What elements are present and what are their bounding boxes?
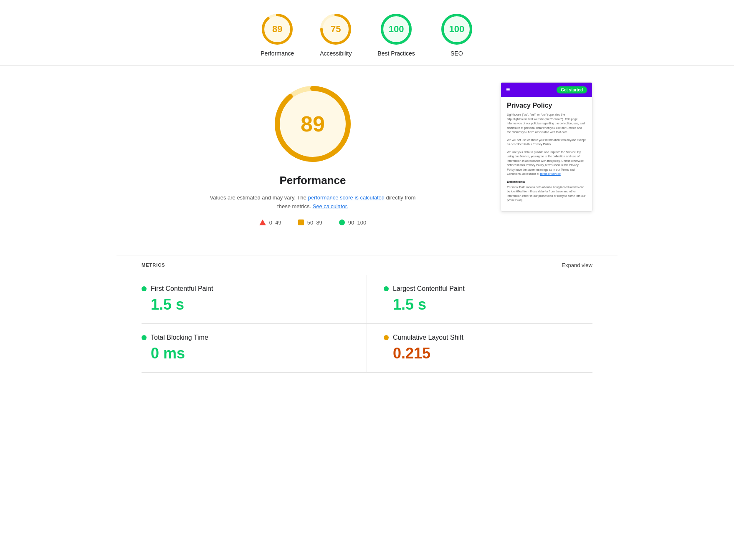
score-label-performance: Performance [261,50,294,57]
score-item-performance: 89 Performance [261,13,294,57]
calculator-link[interactable]: See calculator. [313,203,348,209]
score-item-seo: 100 SEO [440,13,473,57]
pass-icon [339,219,345,225]
metric-cls-header: Cumulative Layout Shift [384,334,592,341]
score-value-seo: 100 [449,24,464,35]
score-circle-accessibility: 75 [319,13,352,46]
score-value-performance: 89 [272,24,282,35]
right-panel: ≡ Get started Privacy Policy Lighthouse … [501,82,592,238]
metric-cls: Cumulative Layout Shift 0.215 [367,324,592,373]
terms-link[interactable]: terms of service [540,172,560,175]
lcp-dot [384,286,389,291]
score-legend: 0–49 50–89 90–100 [259,219,366,226]
cls-name: Cumulative Layout Shift [393,334,463,341]
preview-page-title: Privacy Policy [507,102,586,109]
cls-value: 0.215 [384,345,592,362]
preview-definitions-text: Personal Data means data about a living … [507,185,586,203]
lcp-value: 1.5 s [384,296,592,313]
metric-lcp: Largest Contentful Paint 1.5 s [367,275,592,324]
left-panel: 89 Performance Values are estimated and … [142,82,484,238]
lcp-name: Largest Contentful Paint [393,285,465,293]
tbt-name: Total Blocking Time [151,334,208,341]
metric-fcp: First Contentful Paint 1.5 s [142,275,367,324]
score-label-seo: SEO [451,50,463,57]
pass-range: 90–100 [348,219,366,226]
score-item-best-practices: 100 Best Practices [377,13,415,57]
preview-definitions-heading: Definitions: [507,180,586,184]
metric-lcp-header: Largest Contentful Paint [384,285,592,293]
metric-tbt: Total Blocking Time 0 ms [142,324,367,373]
score-value-accessibility: 75 [331,24,341,35]
metric-fcp-header: First Contentful Paint [142,285,350,293]
gauge-container: 89 Performance Values are estimated and … [142,82,484,226]
tbt-value: 0 ms [142,345,350,362]
perf-score-link[interactable]: performance score is calculated [308,194,385,201]
score-value-best-practices: 100 [389,24,404,35]
fcp-dot [142,286,147,291]
preview-para-1: Lighthouse ("us", "we", or "our") operat… [507,113,586,135]
fail-icon [259,219,266,225]
tbt-dot [142,335,147,340]
hamburger-icon: ≡ [506,86,510,93]
metric-tbt-header: Total Blocking Time [142,334,350,341]
get-started-button[interactable]: Get started [557,86,587,93]
average-range: 50–89 [307,219,322,226]
score-circle-performance: 89 [261,13,294,46]
fcp-name: First Contentful Paint [151,285,213,293]
perf-description: Values are estimated and may vary. The p… [208,194,417,211]
score-label-accessibility: Accessibility [320,50,352,57]
large-gauge: 89 [271,82,354,166]
metrics-label: METRICS [142,262,165,267]
main-content: 89 Performance Values are estimated and … [116,66,618,255]
perf-title: Performance [280,174,346,187]
fcp-value: 1.5 s [142,296,350,313]
score-item-accessibility: 75 Accessibility [319,13,352,57]
cls-dot [384,335,389,340]
legend-pass: 90–100 [339,219,366,226]
preview-para-2: We will not use or share your informatio… [507,138,586,147]
metrics-header: METRICS Expand view [116,255,618,275]
score-circle-best-practices: 100 [380,13,413,46]
expand-view-button[interactable]: Expand view [562,262,592,268]
preview-nav: ≡ Get started [501,83,592,97]
score-circle-seo: 100 [440,13,473,46]
preview-content: Privacy Policy Lighthouse ("us", "we", o… [501,97,592,211]
metrics-grid: First Contentful Paint 1.5 s Largest Con… [116,275,618,373]
desc-part1: Values are estimated and may vary. The [210,194,306,201]
fail-range: 0–49 [269,219,281,226]
large-gauge-value: 89 [301,111,325,136]
average-icon [298,219,304,225]
score-summary: 89 Performance 75 Accessibility 100 Best [0,0,734,66]
preview-para-3: We use your data to provide and improve … [507,150,586,177]
score-label-best-practices: Best Practices [377,50,415,57]
legend-average: 50–89 [298,219,322,226]
page-preview: ≡ Get started Privacy Policy Lighthouse … [501,82,592,212]
legend-fail: 0–49 [259,219,281,226]
